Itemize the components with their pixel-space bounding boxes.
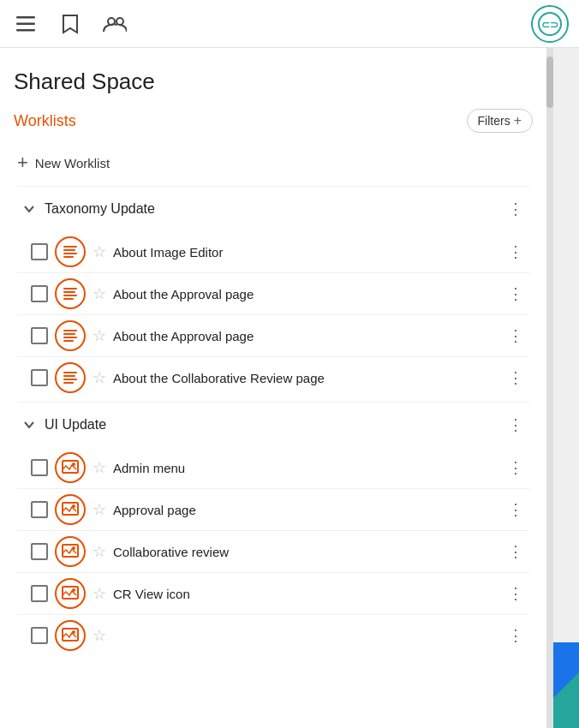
item-checkbox[interactable] — [31, 243, 48, 260]
image-type-icon — [55, 620, 86, 651]
image-type-icon — [55, 536, 86, 567]
item-checkbox[interactable] — [31, 543, 48, 560]
list-item: ☆ Collaborative review ⋮ — [27, 531, 533, 572]
svg-point-16 — [72, 630, 75, 634]
panel-content: Shared Space Worklists Filters + + New W… — [0, 48, 546, 673]
new-worklist-plus-icon: + — [17, 153, 28, 172]
main-container: Shared Space Worklists Filters + + New W… — [0, 48, 579, 728]
item-more-button[interactable]: ⋮ — [502, 454, 529, 481]
document-icon — [60, 326, 81, 345]
star-icon[interactable]: ☆ — [93, 500, 106, 519]
right-decoration — [553, 48, 579, 728]
image-type-icon — [55, 494, 86, 525]
svg-point-4 — [116, 18, 123, 25]
star-icon[interactable]: ☆ — [93, 284, 106, 303]
taxonomy-update-chevron-icon — [17, 197, 41, 221]
logo-icon[interactable]: ⊂⊃ — [531, 5, 569, 43]
item-more-button[interactable]: ⋮ — [502, 280, 529, 307]
star-icon[interactable]: ☆ — [93, 242, 106, 261]
list-item: ☆ About the Approval page ⋮ — [27, 273, 533, 314]
worklists-label: Worklists — [14, 112, 76, 130]
item-checkbox[interactable] — [31, 627, 48, 644]
item-more-button[interactable]: ⋮ — [502, 538, 529, 565]
item-checkbox[interactable] — [31, 501, 48, 518]
document-icon — [60, 242, 81, 261]
image-type-icon — [55, 452, 86, 483]
item-checkbox[interactable] — [31, 585, 48, 602]
star-icon[interactable]: ☆ — [93, 626, 106, 645]
item-checkbox[interactable] — [31, 285, 48, 302]
filters-button[interactable]: Filters + — [467, 109, 533, 133]
star-icon[interactable]: ☆ — [93, 542, 106, 561]
item-checkbox[interactable] — [31, 327, 48, 344]
doc-type-icon — [55, 362, 86, 393]
svg-rect-1 — [16, 22, 35, 25]
star-icon[interactable]: ☆ — [93, 584, 106, 603]
scrollbar-thumb[interactable] — [546, 57, 553, 108]
item-more-button[interactable]: ⋮ — [502, 364, 529, 391]
scrollbar-track[interactable] — [546, 48, 553, 728]
item-checkbox[interactable] — [31, 369, 48, 386]
item-more-button[interactable]: ⋮ — [502, 322, 529, 349]
item-more-button[interactable]: ⋮ — [502, 238, 529, 266]
svg-point-8 — [72, 462, 75, 466]
filters-label: Filters — [478, 114, 510, 128]
item-more-button[interactable]: ⋮ — [502, 580, 529, 607]
item-label: Collaborative review — [113, 545, 495, 559]
star-icon[interactable]: ☆ — [93, 458, 106, 477]
svg-text:⊂⊃: ⊂⊃ — [541, 19, 558, 31]
doc-type-icon — [55, 236, 86, 267]
star-icon[interactable]: ☆ — [93, 368, 106, 387]
new-worklist-button[interactable]: + New Worklist — [14, 146, 533, 179]
item-label: Admin menu — [113, 461, 495, 475]
main-panel: Shared Space Worklists Filters + + New W… — [0, 48, 546, 728]
worklist-group-ui-update: UI Update ⋮ ☆ Admin menu ⋮ — [14, 403, 533, 656]
item-label: About the Approval page — [113, 329, 495, 343]
item-label: CR View icon — [113, 587, 495, 601]
svg-point-12 — [72, 546, 75, 550]
ui-update-group-header[interactable]: UI Update ⋮ — [14, 403, 533, 447]
doc-type-icon — [55, 278, 86, 309]
item-label: Approval page — [113, 503, 495, 517]
taxonomy-update-title: Taxonomy Update — [45, 201, 502, 217]
svg-rect-2 — [16, 29, 35, 32]
list-item: ☆ Admin menu ⋮ — [27, 447, 533, 488]
item-more-button[interactable]: ⋮ — [502, 622, 529, 649]
page-title: Shared Space — [14, 69, 533, 95]
list-item: ☆ ⋮ — [27, 615, 533, 656]
worklist-group-taxonomy-update: Taxonomy Update ⋮ ☆ Abo — [14, 187, 533, 398]
svg-point-10 — [72, 504, 75, 508]
document-icon — [60, 368, 81, 387]
people-icon[interactable] — [99, 9, 130, 39]
decoration-block — [553, 642, 579, 728]
top-navigation: ⊂⊃ — [0, 0, 579, 48]
taxonomy-update-group-header[interactable]: Taxonomy Update ⋮ — [14, 187, 533, 231]
menu-icon[interactable] — [10, 9, 41, 39]
item-label: About the Approval page — [113, 287, 495, 301]
list-item: ☆ About the Collaborative Review page ⋮ — [27, 357, 533, 398]
worklists-header: Worklists Filters + — [14, 109, 533, 133]
svg-point-14 — [72, 588, 75, 592]
ui-update-title: UI Update — [45, 417, 502, 433]
document-icon — [60, 284, 81, 303]
image-type-icon — [55, 578, 86, 609]
item-checkbox[interactable] — [31, 459, 48, 476]
svg-rect-0 — [16, 16, 35, 19]
list-item: ☆ Approval page ⋮ — [27, 489, 533, 530]
list-item: ☆ CR View icon ⋮ — [27, 573, 533, 614]
item-label: About Image Editor — [113, 245, 495, 260]
taxonomy-update-more-button[interactable]: ⋮ — [502, 195, 529, 223]
item-label: About the Collaborative Review page — [113, 371, 495, 385]
bookmark-icon[interactable] — [55, 9, 86, 39]
doc-type-icon — [55, 320, 86, 351]
item-more-button[interactable]: ⋮ — [502, 496, 529, 523]
star-icon[interactable]: ☆ — [93, 326, 106, 345]
new-worklist-label: New Worklist — [35, 156, 110, 170]
list-item: ☆ About the Approval page ⋮ — [27, 315, 533, 356]
ui-update-chevron-icon — [17, 413, 41, 437]
filters-plus-icon: + — [514, 113, 522, 128]
ui-update-more-button[interactable]: ⋮ — [502, 411, 529, 439]
list-item: ☆ About Image Editor ⋮ — [27, 231, 533, 272]
